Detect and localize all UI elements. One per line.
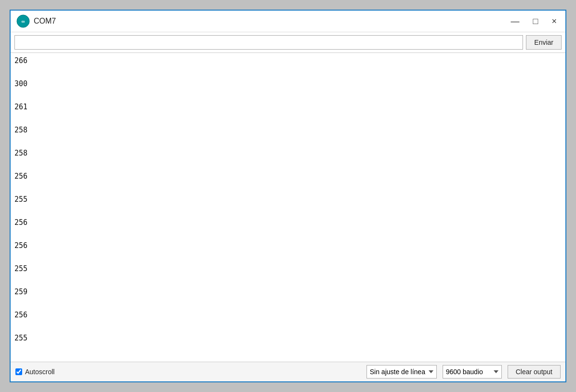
window-title: COM7 xyxy=(34,17,56,26)
send-button[interactable]: Enviar xyxy=(526,35,562,50)
autoscroll-label: Autoscroll xyxy=(25,368,54,376)
output-line: 261 xyxy=(14,101,562,113)
output-line: 300 xyxy=(14,78,562,90)
output-content[interactable]: 266300261258258256255256256255259256255 xyxy=(11,53,565,362)
close-button[interactable]: × xyxy=(549,16,560,26)
title-bar: ∞ COM7 — □ × xyxy=(11,11,565,32)
clear-output-button[interactable]: Clear output xyxy=(508,365,561,379)
output-line: 256 xyxy=(14,217,562,228)
autoscroll-area: Autoscroll xyxy=(15,368,54,376)
line-ending-select[interactable]: Sin ajuste de líneaNueva líneaRetorno de… xyxy=(367,365,437,379)
output-line: 255 xyxy=(14,194,562,205)
toolbar: Enviar xyxy=(11,32,565,53)
autoscroll-checkbox[interactable] xyxy=(15,368,22,375)
svg-text:∞: ∞ xyxy=(21,19,25,24)
title-left: ∞ COM7 xyxy=(16,14,56,28)
maximize-button[interactable]: □ xyxy=(530,16,541,26)
output-line: 256 xyxy=(14,240,562,251)
output-line: 255 xyxy=(14,263,562,274)
line-ending-wrapper: Sin ajuste de líneaNueva líneaRetorno de… xyxy=(367,365,437,379)
baud-rate-select[interactable]: 300 baudio1200 baudio2400 baudio4800 bau… xyxy=(443,365,502,379)
title-buttons: — □ × xyxy=(508,16,560,26)
output-line: 255 xyxy=(14,332,562,344)
output-line: 259 xyxy=(14,286,562,298)
output-line: 256 xyxy=(14,170,562,182)
output-line: 256 xyxy=(14,309,562,321)
output-line: 266 xyxy=(14,55,562,66)
baud-rate-wrapper: 300 baudio1200 baudio2400 baudio4800 bau… xyxy=(443,365,502,379)
serial-monitor-window: ∞ COM7 — □ × Enviar 26630026125825825625… xyxy=(10,10,566,382)
output-area: 266300261258258256255256256255259256255 xyxy=(11,53,565,362)
output-line: 258 xyxy=(14,147,562,159)
arduino-logo-icon: ∞ xyxy=(16,14,30,28)
output-line: 258 xyxy=(14,124,562,136)
message-input[interactable] xyxy=(14,35,523,50)
minimize-button[interactable]: — xyxy=(508,16,523,26)
status-bar: Autoscroll Sin ajuste de líneaNueva líne… xyxy=(11,362,565,381)
